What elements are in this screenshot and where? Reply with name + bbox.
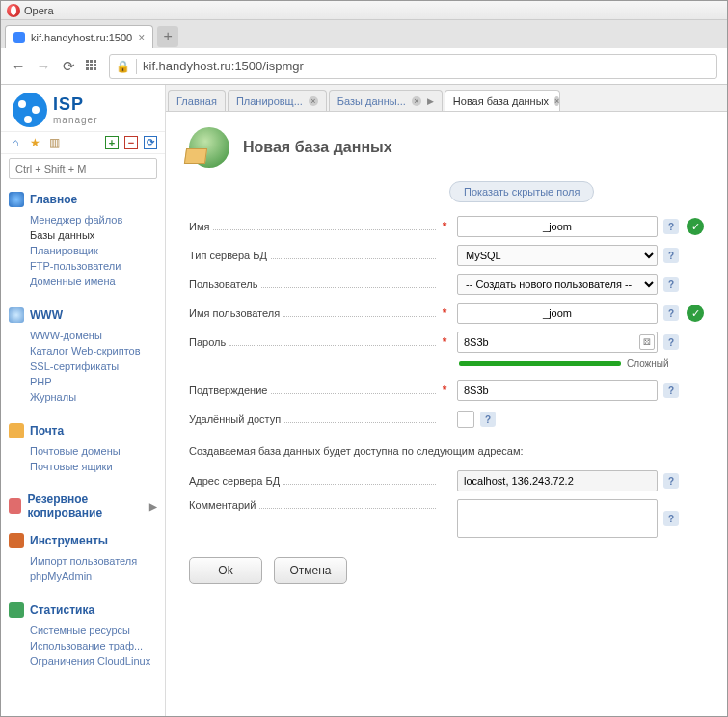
nav-item[interactable]: WWW-домены <box>30 328 157 343</box>
section-icon <box>9 602 24 618</box>
section-icon <box>9 533 24 548</box>
nav-item[interactable]: Планировщик <box>30 243 157 258</box>
label-server-addr: Адрес сервера БД <box>189 475 280 487</box>
back-button[interactable]: ← <box>11 58 26 74</box>
help-icon[interactable]: ? <box>663 305 679 321</box>
label-password: Пароль <box>189 336 226 348</box>
url-box[interactable]: 🔒 kif.handyhost.ru:1500/ispmgr <box>109 54 717 79</box>
help-icon[interactable]: ? <box>663 219 679 234</box>
label-username: Имя пользователя <box>189 307 280 319</box>
section-title: Главное <box>30 193 77 206</box>
user-select[interactable]: -- Создать нового пользователя -- <box>457 274 658 295</box>
apps-grid-icon[interactable] <box>86 60 99 73</box>
home-icon[interactable]: ⌂ <box>9 136 22 149</box>
help-icon[interactable]: ? <box>663 473 679 489</box>
logo-icon <box>13 93 47 127</box>
help-icon[interactable]: ? <box>663 248 679 263</box>
nav-item[interactable]: phpMyAdmin <box>30 569 157 584</box>
app-name: Opera <box>24 5 54 16</box>
content-tab[interactable]: Главная <box>168 90 226 111</box>
server-addr-input <box>457 470 658 491</box>
nav-item[interactable]: Журналы <box>30 389 157 405</box>
nav-item[interactable]: Каталог Web-скриптов <box>30 343 157 358</box>
help-icon[interactable]: ? <box>663 277 679 292</box>
refresh-nav-button[interactable]: ⟳ <box>144 136 157 149</box>
nav-item[interactable]: Почтовые домены <box>30 443 157 459</box>
content-tab[interactable]: Новая база данных× <box>445 90 560 111</box>
help-icon[interactable]: ? <box>663 511 679 526</box>
nav-section-header[interactable]: Резервное копирование▶ <box>9 490 157 522</box>
nav-item[interactable]: FTP-пользователи <box>30 258 157 274</box>
nav-item[interactable]: Ограничения CloudLinux <box>30 653 157 669</box>
close-tab-icon[interactable]: × <box>309 96 318 106</box>
name-input[interactable] <box>457 216 658 237</box>
sidebar-search <box>9 158 157 179</box>
remote-access-checkbox[interactable] <box>457 411 474 428</box>
label-remote: Удалённый доступ <box>189 413 281 425</box>
close-tab-icon[interactable]: × <box>412 96 421 106</box>
content-tab[interactable]: Базы данны...×▶ <box>329 90 443 111</box>
nav-section-header[interactable]: Главное <box>9 189 157 210</box>
sidebar-search-input[interactable] <box>9 158 157 179</box>
url-text: kif.handyhost.ru:1500/ispmgr <box>143 59 304 73</box>
page-icon <box>189 127 229 168</box>
show-hidden-fields-button[interactable]: Показать скрытые поля <box>449 181 594 202</box>
close-tab-icon[interactable]: × <box>138 31 145 44</box>
chevron-right-icon: ▶ <box>149 501 157 512</box>
cancel-button[interactable]: Отмена <box>274 557 347 584</box>
password-input[interactable] <box>457 332 658 353</box>
nav-item[interactable]: Использование траф... <box>30 638 157 653</box>
nav-item[interactable]: SSL-сертификаты <box>30 358 157 374</box>
confirm-input[interactable] <box>457 380 658 401</box>
lock-icon: 🔒 <box>116 60 130 73</box>
sidebar-toolbar: ⌂ ★ ▥ + − ⟳ <box>1 131 165 154</box>
nav-section-header[interactable]: WWW <box>9 305 157 326</box>
new-tab-button[interactable]: + <box>157 26 178 47</box>
nav-item[interactable]: Базы данных <box>30 227 157 243</box>
nav-item[interactable]: PHP <box>30 374 157 389</box>
generate-password-icon[interactable]: ⚄ <box>639 334 655 350</box>
collapse-all-button[interactable]: − <box>124 136 138 149</box>
expand-all-button[interactable]: + <box>105 136 119 149</box>
password-strength-bar <box>459 361 621 366</box>
server-type-select[interactable]: MySQL <box>457 245 658 266</box>
main: ГлавнаяПланировщ...×Базы данны...×▶Новая… <box>166 85 727 716</box>
nav-section-header[interactable]: Статистика <box>9 599 157 621</box>
browser-tabbar: kif.handyhost.ru:1500 × + <box>1 20 727 48</box>
address-bar: ← → ⟳ 🔒 kif.handyhost.ru:1500/ispmgr <box>1 48 727 85</box>
nav-item[interactable]: Доменные имена <box>30 274 157 289</box>
info-text: Создаваемая база данных будет доступна п… <box>189 445 704 457</box>
logo-text-2: manager <box>53 115 97 125</box>
nav-item[interactable]: Почтовые ящики <box>30 459 157 474</box>
sidebar: ISP manager ⌂ ★ ▥ + − ⟳ ГлавноеМенеджер … <box>1 85 166 716</box>
reload-button[interactable]: ⟳ <box>61 58 76 75</box>
label-name: Имя <box>189 221 209 232</box>
ok-button[interactable]: Ok <box>189 557 262 584</box>
comment-textarea[interactable] <box>457 499 658 538</box>
nav-section-header[interactable]: Инструменты <box>9 530 157 551</box>
required-icon: * <box>440 306 449 320</box>
content-tab[interactable]: Планировщ...× <box>228 90 327 111</box>
username-input[interactable] <box>457 303 658 324</box>
help-icon[interactable]: ? <box>663 383 679 398</box>
nav-item[interactable]: Импорт пользователя <box>30 553 157 569</box>
forward-button[interactable]: → <box>36 58 51 74</box>
section-title: Резервное копирование <box>27 492 144 519</box>
star-icon[interactable]: ★ <box>28 136 41 149</box>
content: Новая база данных Показать скрытые поля … <box>166 112 727 592</box>
nav-item[interactable]: Менеджер файлов <box>30 212 157 227</box>
tab-label: Главная <box>176 95 217 107</box>
section-icon <box>9 307 24 323</box>
nav-section-header[interactable]: Почта <box>9 420 157 441</box>
password-strength-label: Сложный <box>627 358 669 369</box>
help-icon[interactable]: ? <box>663 334 679 350</box>
clipboard-icon[interactable]: ▥ <box>47 136 61 149</box>
nav-item[interactable]: Системные ресурсы <box>30 623 157 638</box>
section-title: Инструменты <box>30 534 108 547</box>
section-icon <box>9 498 21 514</box>
help-icon[interactable]: ? <box>480 412 496 427</box>
content-tabs: ГлавнаяПланировщ...×Базы данны...×▶Новая… <box>166 85 727 112</box>
close-tab-icon[interactable]: × <box>554 96 559 106</box>
tab-label: Новая база данных <box>453 95 549 107</box>
browser-tab[interactable]: kif.handyhost.ru:1500 × <box>5 25 153 48</box>
